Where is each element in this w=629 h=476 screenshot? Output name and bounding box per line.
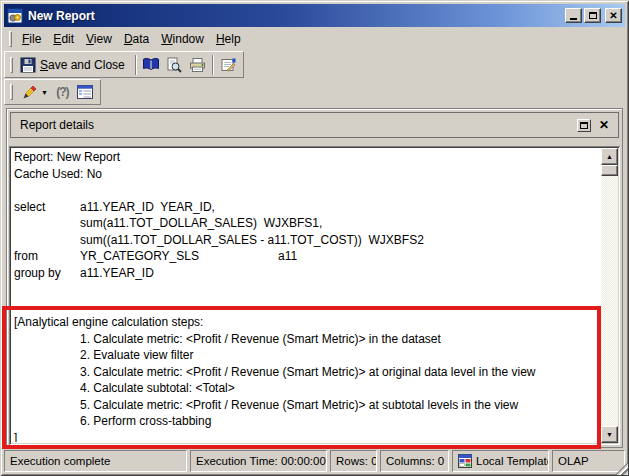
- status-bar: Execution complete Execution Time: 00:00…: [4, 450, 625, 472]
- save-and-close-button[interactable]: Save and Close: [17, 54, 132, 76]
- analytical-steps-text: [Analytical engine calculation steps: 1.…: [14, 314, 598, 442]
- print-preview-icon: [166, 57, 182, 73]
- report-sql-text: Report: New Report Cache Used: No select…: [14, 149, 598, 281]
- grid-table-icon: [76, 84, 94, 100]
- minimize-icon: [570, 18, 577, 20]
- close-button[interactable]: ✕: [605, 8, 622, 23]
- title-bar[interactable]: New Report ✕: [4, 4, 625, 27]
- function-help-icon: (?): [56, 85, 68, 99]
- status-mode: OLAP: [552, 450, 625, 472]
- menu-edit[interactable]: Edit: [47, 30, 80, 48]
- new-report-window: New Report ✕ File Edit View Data Window …: [0, 0, 629, 476]
- properties-button[interactable]: [217, 54, 240, 76]
- menu-help[interactable]: Help: [210, 30, 247, 48]
- pencil-wand-icon: [21, 84, 37, 100]
- print-button[interactable]: [186, 54, 209, 76]
- grid-view-button[interactable]: [74, 81, 97, 103]
- status-execution: Execution complete: [4, 450, 187, 472]
- toolbar2-grip[interactable]: [10, 84, 13, 100]
- panel-title: Report details: [20, 118, 94, 132]
- toolbar-separator: [135, 55, 137, 75]
- minimize-button[interactable]: [565, 8, 582, 23]
- local-template-icon: [458, 454, 472, 468]
- save-icon: [20, 57, 36, 73]
- scroll-up-button[interactable]: ▲: [601, 148, 618, 165]
- scroll-up-icon: ▲: [606, 153, 613, 160]
- toolbar-main: Save and Close: [4, 51, 244, 78]
- save-and-close-label: Save and Close: [40, 58, 125, 72]
- panel-close-button[interactable]: ✕: [599, 119, 609, 131]
- printer-icon: [189, 57, 206, 73]
- status-rows: Rows: 0: [330, 450, 377, 472]
- print-preview-button[interactable]: [163, 54, 186, 76]
- scroll-down-button[interactable]: ▼: [601, 426, 618, 443]
- close-icon: ✕: [609, 11, 617, 21]
- status-columns: Columns: 0: [380, 450, 449, 472]
- menu-data[interactable]: Data: [118, 30, 155, 48]
- report-details-panel: Report details ✕ Report: New Report Cach…: [6, 108, 623, 448]
- status-template: Local Template: [452, 450, 549, 472]
- window-title: New Report: [28, 9, 95, 23]
- maximize-icon: [589, 12, 597, 19]
- menubar-grip[interactable]: [9, 31, 12, 47]
- properties-icon: [220, 57, 237, 73]
- wand-dropdown-icon[interactable]: ▼: [40, 89, 51, 96]
- maximize-button[interactable]: [584, 8, 601, 23]
- menu-window[interactable]: Window: [155, 30, 210, 48]
- function-help-button[interactable]: (?): [51, 81, 74, 103]
- menu-file[interactable]: File: [16, 30, 47, 48]
- vertical-scrollbar[interactable]: ▲ ▼: [601, 148, 618, 443]
- book-icon: [142, 57, 160, 72]
- scrollbar-thumb[interactable]: [601, 165, 618, 176]
- toolbar-secondary: ▼ (?): [4, 79, 101, 105]
- status-execution-time: Execution Time: 00:00:00: [190, 450, 327, 472]
- report-details-header[interactable]: Report details ✕: [10, 112, 619, 138]
- menu-view[interactable]: View: [80, 30, 118, 48]
- panel-maximize-button[interactable]: [577, 119, 591, 132]
- format-wand-button[interactable]: [17, 81, 40, 103]
- status-template-label: Local Template: [476, 455, 549, 467]
- scroll-down-icon: ▼: [606, 431, 613, 438]
- open-book-button[interactable]: [140, 54, 163, 76]
- menu-bar: File Edit View Data Window Help: [4, 28, 625, 50]
- report-details-text: Report: New Report Cache Used: No select…: [14, 149, 598, 442]
- toolbar1-grip[interactable]: [10, 57, 13, 73]
- app-window-icon: [7, 8, 23, 24]
- report-details-textarea[interactable]: Report: New Report Cache Used: No select…: [9, 146, 620, 445]
- panel-maximize-icon: [580, 122, 588, 129]
- toolbar-separator: [212, 55, 214, 75]
